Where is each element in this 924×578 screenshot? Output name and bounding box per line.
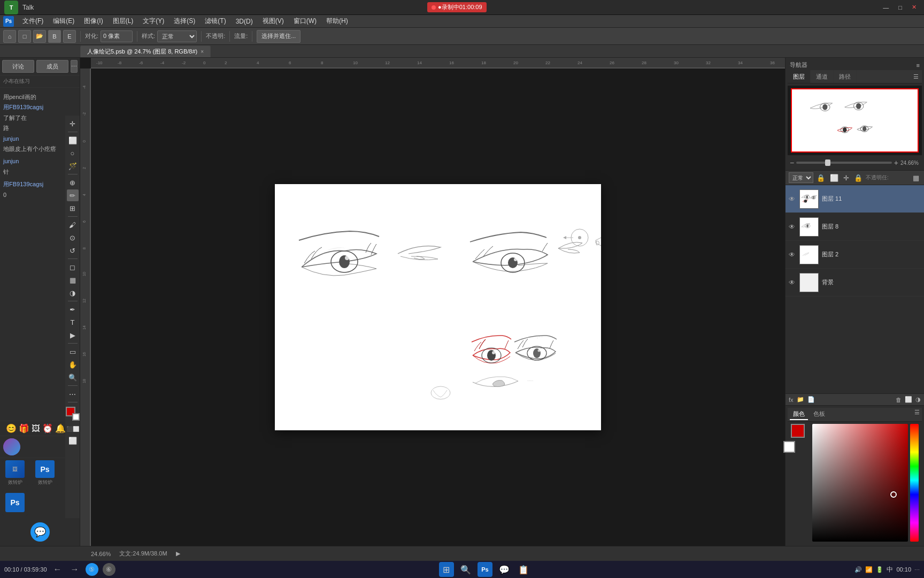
text-tool[interactable]: T	[67, 316, 79, 328]
layer-item-bg[interactable]: 👁 背景	[786, 269, 924, 296]
zoom-in-btn[interactable]: +	[894, 158, 898, 167]
layer-vis-bg[interactable]: 👁	[789, 279, 796, 286]
add-mask-icon[interactable]: ⬜	[905, 396, 912, 403]
talk-circle-icon[interactable]: 💬	[30, 522, 50, 542]
brush-tool[interactable]: 🖌	[67, 219, 79, 231]
clone-tool[interactable]: ⊙	[67, 232, 79, 244]
active-tab[interactable]: 人像绘记5.psb @ 24.7% (图层 8, RGB/8#) ×	[80, 45, 211, 57]
crop-tool[interactable]: ⊕	[67, 177, 79, 188]
zoom-slider[interactable]	[796, 162, 892, 164]
hand-tool[interactable]: ✋	[67, 359, 79, 370]
taskbar-notes-btn[interactable]: 📋	[516, 562, 531, 577]
minimize-btn[interactable]: —	[880, 4, 892, 11]
home-btn[interactable]: ⌂	[3, 30, 16, 43]
bg-color-swatch[interactable]	[72, 413, 80, 421]
eraser-tool[interactable]: ◻	[67, 261, 79, 273]
menu-edit[interactable]: 编辑(E)	[49, 16, 79, 27]
menu-select[interactable]: 选择(S)	[170, 16, 199, 27]
adjustment-icon[interactable]: ◑	[915, 396, 921, 403]
taskbar-battery-icon[interactable]: 🔋	[876, 566, 883, 573]
taskbar-nav-fwd[interactable]: →	[68, 565, 81, 574]
taskbar-ime-icon[interactable]: 中	[887, 565, 893, 574]
screen-mode-btn[interactable]: ⬜	[67, 435, 79, 446]
taskbar-network-icon[interactable]: 📶	[865, 566, 873, 573]
layer-item-11[interactable]: 👁	[786, 185, 924, 213]
brush-tool-btn[interactable]: B	[48, 30, 61, 43]
menu-help[interactable]: 帮助(H)	[322, 16, 352, 27]
taskbar-chat-btn[interactable]: 💬	[497, 562, 512, 577]
fill-icon[interactable]: ▦	[911, 173, 921, 182]
taskbar-start-btn[interactable]: ⊞	[439, 562, 454, 577]
brush-size-input[interactable]	[101, 31, 133, 42]
nav-forward-btn[interactable]: ▶	[176, 550, 180, 557]
app-logo[interactable]: T	[4, 1, 18, 14]
taskbar-ps-btn[interactable]: Ps	[478, 562, 492, 577]
clock-icon[interactable]: ⏰	[42, 423, 53, 434]
bell-icon[interactable]: 🔔	[55, 423, 66, 434]
blend-mode-layers-select[interactable]: 正常 叠加	[789, 172, 813, 183]
layer-vis-11[interactable]: 👁	[789, 195, 796, 203]
menu-3d[interactable]: 3D(D)	[232, 17, 257, 26]
canvas-document[interactable]: D · · · ·····	[275, 184, 601, 430]
gradient-tool[interactable]: ▦	[67, 274, 79, 286]
right-tab-layers[interactable]: 图层	[788, 70, 811, 83]
emoji-icon[interactable]: 😊	[6, 423, 17, 434]
new-group-icon[interactable]: 📁	[797, 396, 804, 403]
shape-tool[interactable]: ▭	[67, 346, 79, 358]
hue-strip[interactable]	[910, 424, 919, 542]
more-btn[interactable]: ⋯	[71, 60, 78, 73]
new-doc-btn[interactable]: □	[18, 30, 31, 43]
layer-item-2[interactable]: 👁 图层 2	[786, 241, 924, 269]
lock-all-icon[interactable]: 🔒	[852, 173, 864, 182]
taskbar-search-btn[interactable]: 🔍	[458, 562, 473, 577]
fx-icon[interactable]: fx	[789, 397, 794, 403]
zoom-tool[interactable]: 🔍	[67, 371, 79, 383]
taskbar-left-app2[interactable]: Ps 效转炉	[32, 460, 58, 486]
bg-color-picker[interactable]	[783, 441, 795, 453]
taskbar-app-circle[interactable]: ⑤	[86, 563, 98, 576]
lock-pos-icon[interactable]: ✛	[842, 173, 851, 182]
menu-layer[interactable]: 图层(L)	[109, 16, 138, 27]
menu-file[interactable]: 文件(F)	[18, 16, 48, 27]
members-btn[interactable]: 成员	[36, 60, 68, 73]
delete-layer-icon[interactable]: 🗑	[896, 397, 902, 403]
taskbar-nav-back[interactable]: ←	[51, 565, 64, 574]
close-btn[interactable]: ✕	[908, 4, 920, 11]
layer-item-8[interactable]: 👁 图层 8	[786, 213, 924, 241]
select-mask-btn[interactable]: 选择并遮住...	[257, 30, 301, 43]
layer-vis-8[interactable]: 👁	[789, 223, 796, 231]
taskbar-app-settings[interactable]: ⑥	[103, 563, 116, 576]
lasso-tool[interactable]: ○	[67, 147, 79, 159]
menu-filter[interactable]: 滤镜(T)	[201, 16, 230, 27]
color-picker-area[interactable]	[812, 424, 919, 542]
blend-mode-select[interactable]: 正常 正片叠底 叠加	[157, 31, 197, 42]
new-layer-icon[interactable]: 📄	[807, 396, 815, 403]
move-tool[interactable]: ✛	[67, 118, 79, 130]
layer-vis-2[interactable]: 👁	[789, 251, 796, 258]
taskbar-more-icons[interactable]: ⋯	[914, 567, 920, 573]
taskbar-sound-icon[interactable]: 🔊	[854, 566, 862, 573]
menu-window[interactable]: 窗口(W)	[289, 16, 321, 27]
marquee-tool[interactable]: ⬜	[67, 134, 79, 146]
right-tab-paths[interactable]: 路径	[834, 70, 857, 83]
menu-image[interactable]: 图像(I)	[80, 16, 107, 27]
open-btn[interactable]: 📂	[33, 30, 46, 43]
eraser-btn[interactable]: E	[63, 30, 76, 43]
image-icon[interactable]: 🖼	[32, 424, 40, 434]
taskbar-left-app1[interactable]: 🖼 效转炉	[2, 460, 28, 486]
color-panel-menu[interactable]: ☰	[914, 409, 920, 420]
color-tab-color[interactable]: 颜色	[790, 409, 808, 420]
taskbar-left-app3[interactable]: Ps	[2, 490, 28, 516]
sticker-icon[interactable]: 🎁	[19, 423, 29, 434]
zoom-out-btn[interactable]: −	[790, 158, 794, 167]
pen-tool[interactable]: ✒	[67, 303, 79, 315]
heal-tool[interactable]: ⊞	[67, 202, 79, 214]
blur-tool[interactable]: ◑	[67, 287, 79, 299]
more-tools-btn[interactable]: ⋯	[67, 388, 79, 400]
color-tab-swatch[interactable]: 色板	[810, 409, 828, 420]
path-select-tool[interactable]: ▶	[67, 329, 79, 341]
tab-close-btn[interactable]: ×	[201, 49, 204, 55]
right-panel-menu[interactable]: ☰	[910, 70, 922, 83]
discussion-btn[interactable]: 讨论	[2, 60, 34, 73]
history-brush[interactable]: ↺	[67, 245, 79, 256]
